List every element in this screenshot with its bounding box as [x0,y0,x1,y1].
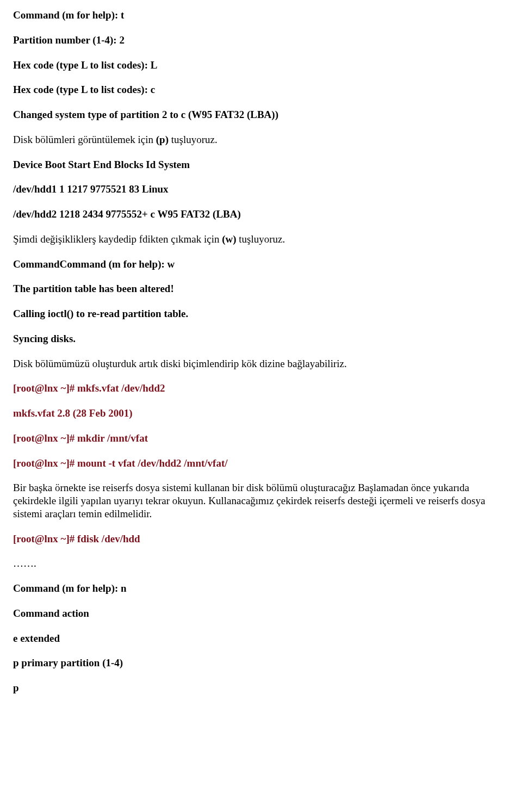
cmd-help-t: Command (m for help): t [13,9,509,22]
text-span: tuşluyoruz. [237,233,285,245]
text-span: Disk bölümleri görüntülemek için [13,134,156,145]
text-span: Şimdi değişikliklerş kaydedip fdikten çı… [13,233,222,245]
syncing-disks: Syncing disks. [13,332,509,345]
ellipsis: ……. [13,557,509,570]
key-w: (w) [222,233,236,245]
disk-bolumleri-text: Disk bölümleri görüntülemek için (p) tuş… [13,133,509,146]
dev-hdd2: /dev/hdd2 1218 2434 9775552+ c W95 FAT32… [13,208,509,221]
device-boot-header: Device Boot Start End Blocks Id System [13,158,509,171]
disk-bolumu-text: Disk bölümümüzü oluşturduk artık diski b… [13,357,509,370]
cmd-help-n: Command (m for help): n [13,582,509,595]
calling-ioctl: Calling ioctl() to re-read partition tab… [13,307,509,320]
command-action: Command action [13,607,509,620]
mkdir-cmd: [root@lnx ~]# mkdir /mnt/vfat [13,432,509,445]
dev-hdd1: /dev/hdd1 1 1217 9775521 83 Linux [13,183,509,196]
key-p: (p) [156,134,169,145]
mkfs-vfat-version: mkfs.vfat 2.8 (28 Feb 2001) [13,407,509,420]
command-w: CommandCommand (m for help): w [13,258,509,271]
e-extended: e extended [13,632,509,645]
partition-number: Partition number (1-4): 2 [13,34,509,47]
text-span: tuşluyoruz. [169,134,217,145]
simdi-degisiklik-text: Şimdi değişikliklerş kaydedip fdikten çı… [13,233,509,246]
reiserfs-description: Bir başka örnekte ise reiserfs dosya sis… [13,481,509,520]
p-input: p [13,681,509,695]
changed-system-type: Changed system type of partition 2 to c … [13,108,509,121]
partition-altered: The partition table has been altered! [13,282,509,295]
fdisk-cmd: [root@lnx ~]# fdisk /dev/hdd [13,532,509,546]
hex-code-c: Hex code (type L to list codes): c [13,83,509,96]
mount-cmd: [root@lnx ~]# mount -t vfat /dev/hdd2 /m… [13,457,509,470]
hex-code-l: Hex code (type L to list codes): L [13,59,509,72]
p-primary: p primary partition (1-4) [13,656,509,670]
mkfs-vfat-cmd: [root@lnx ~]# mkfs.vfat /dev/hdd2 [13,382,509,395]
